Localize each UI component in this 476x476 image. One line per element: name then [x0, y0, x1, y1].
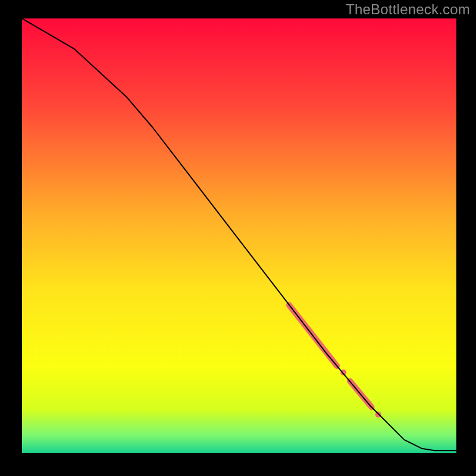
watermark-text: TheBottleneck.com — [346, 1, 470, 18]
gradient-background — [22, 18, 456, 453]
highlight-dot — [375, 412, 381, 418]
chart-frame: TheBottleneck.com — [0, 0, 476, 476]
plot-area — [22, 18, 456, 453]
chart-svg — [22, 18, 456, 453]
